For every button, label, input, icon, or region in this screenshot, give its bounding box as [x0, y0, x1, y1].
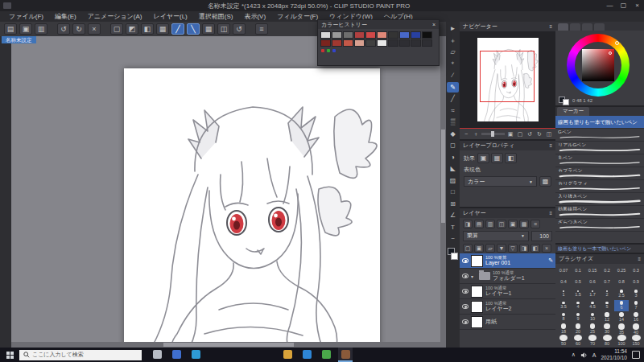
clip-studio-paint-button[interactable]: [338, 348, 353, 362]
flip-view-icon[interactable]: ◫: [217, 23, 230, 35]
deselect-icon[interactable]: ▢: [110, 23, 123, 35]
subtool-item[interactable]: リアルGペン: [555, 142, 644, 154]
expression-color-icon[interactable]: ▩: [539, 176, 551, 187]
layer-mask-icon[interactable]: ◫: [497, 220, 506, 228]
color-swatch[interactable]: [388, 39, 398, 47]
layer-visibility-icon[interactable]: [462, 274, 469, 278]
navigator-zoom-slider[interactable]: [481, 133, 505, 135]
brush-size-cell[interactable]: 0.5: [571, 277, 585, 289]
tool-fill-button[interactable]: ◣: [447, 163, 459, 175]
nav-fit-icon[interactable]: ▣: [506, 131, 514, 138]
recent-color-dot[interactable]: [327, 49, 330, 52]
subtool-item[interactable]: ざらつきペン: [555, 219, 644, 232]
brush-size-cell[interactable]: 80: [600, 335, 614, 347]
brush-size-cell[interactable]: 3: [629, 288, 643, 300]
brush-size-cell[interactable]: 8: [556, 311, 571, 323]
subtool-item[interactable]: 入り抜きペン: [555, 193, 644, 206]
menu-item[interactable]: レイヤー(L): [147, 12, 192, 21]
menu-item[interactable]: 編集(E): [49, 12, 82, 21]
brush-size-cell[interactable]: 1: [556, 288, 571, 300]
color-swatch[interactable]: [388, 31, 398, 39]
file-explorer-button[interactable]: [280, 348, 295, 362]
nav-zoom-in-icon[interactable]: ＋: [472, 130, 480, 138]
brush-size-cell[interactable]: 14: [614, 311, 629, 323]
brush-size-cell[interactable]: 30: [600, 323, 614, 335]
color-history-title-bar[interactable]: カラーヒストリー ×: [318, 20, 439, 29]
brush-size-cell[interactable]: 20: [571, 323, 585, 335]
menu-item[interactable]: アニメーション(A): [82, 12, 148, 21]
layer-visibility-icon[interactable]: [462, 304, 469, 309]
color-mixing-tab[interactable]: [594, 23, 605, 31]
new-raster-layer-icon[interactable]: ▢: [463, 244, 473, 253]
color-swatch[interactable]: [354, 31, 365, 39]
layer-row[interactable]: ▾100 %通常フォルダー1: [460, 269, 555, 284]
color-swatch[interactable]: [399, 39, 410, 47]
tool-gradient-button[interactable]: ▨: [447, 175, 459, 187]
expression-color-select[interactable]: カラー ▼: [464, 176, 537, 187]
tool-line-correction-button[interactable]: ~: [447, 233, 459, 245]
color-swatch[interactable]: [343, 31, 353, 39]
layer-palette-icon[interactable]: ▣: [508, 220, 518, 228]
new-file-icon[interactable]: ▤: [4, 23, 17, 35]
subtool-item[interactable]: Gペン: [555, 129, 644, 142]
edge-browser-button[interactable]: [299, 348, 314, 362]
undo-icon[interactable]: ↺: [57, 23, 70, 35]
canvas-horizontal-scrollbar[interactable]: [11, 342, 446, 348]
panel-menu-icon[interactable]: ≡: [549, 143, 552, 148]
apply-mask-icon[interactable]: ◧: [530, 244, 540, 253]
subtool-group-tab[interactable]: マーカー: [557, 107, 589, 116]
brush-size-cell[interactable]: 0.1: [571, 265, 585, 277]
brush-size-cell[interactable]: 16: [629, 311, 643, 323]
snap-to-special-ruler-icon[interactable]: ╲: [187, 23, 200, 35]
nav-actual-size-icon[interactable]: ▢: [516, 131, 524, 138]
brush-size-cell[interactable]: 1.5: [571, 288, 585, 300]
menu-item[interactable]: 選択範囲(S): [193, 12, 239, 21]
navigator-preview[interactable]: [460, 31, 555, 128]
color-swatch[interactable]: [343, 39, 353, 47]
document-tab[interactable]: 名称未設定: [2, 36, 36, 43]
color-swatch[interactable]: [354, 39, 365, 47]
navigator-view-rect[interactable]: [480, 51, 535, 102]
saturation-value-square[interactable]: [582, 49, 614, 81]
brush-size-cell[interactable]: 2: [600, 288, 614, 300]
tool-text-button[interactable]: T: [447, 222, 459, 233]
color-slider-tab[interactable]: [570, 23, 580, 31]
store-app-button[interactable]: [188, 348, 203, 362]
nav-zoom-out-icon[interactable]: −: [462, 131, 470, 137]
color-swatch[interactable]: [332, 39, 342, 47]
brush-size-cell[interactable]: 1.7: [585, 288, 600, 300]
brush-size-cell[interactable]: 2.5: [614, 288, 629, 300]
brush-size-cell[interactable]: 0.9: [629, 277, 643, 289]
color-swatch[interactable]: [365, 39, 376, 47]
canvas-area[interactable]: [11, 36, 446, 348]
color-swatch[interactable]: [399, 31, 410, 39]
tool-operation-button[interactable]: ►: [447, 23, 459, 35]
subtool-item[interactable]: カリグラフィ: [555, 180, 644, 193]
brush-size-cell[interactable]: 0.07: [556, 265, 571, 277]
canvas-vertical-scrollbar[interactable]: [440, 36, 446, 348]
color-set-tab[interactable]: [582, 23, 592, 31]
menu-item[interactable]: フィルター(F): [271, 12, 324, 21]
brush-size-cell[interactable]: 4: [571, 300, 585, 312]
subtool-item[interactable]: 丸ペン: [555, 154, 644, 167]
tool-ruler-button[interactable]: ∠: [447, 210, 459, 221]
canvas-page[interactable]: [124, 68, 380, 347]
folder-expand-icon[interactable]: ▾: [471, 274, 477, 279]
layer-row[interactable]: 用紙: [460, 315, 555, 330]
delete-layer-icon[interactable]: ×: [542, 244, 551, 253]
layer-row[interactable]: 100 %通常レイヤー2: [460, 299, 555, 315]
brush-size-cell[interactable]: 0.6: [585, 277, 600, 289]
layer-filter-icon[interactable]: ◨: [463, 220, 473, 228]
color-swatch[interactable]: [422, 31, 432, 39]
color-swatch[interactable]: [377, 39, 387, 47]
brush-size-cell[interactable]: 100: [614, 335, 629, 347]
tool-brush-button[interactable]: ≈: [447, 105, 459, 117]
navigator-title-bar[interactable]: ナビゲーター ≡: [460, 22, 555, 31]
panel-menu-icon[interactable]: ≡: [549, 211, 552, 216]
tool-pen-button[interactable]: ✎: [447, 82, 459, 93]
layers-title-bar[interactable]: レイヤー ≡: [460, 208, 555, 218]
tool-move-button[interactable]: ＋: [447, 35, 459, 47]
reselect-icon[interactable]: ◩: [126, 23, 138, 35]
close-icon[interactable]: ×: [432, 22, 436, 27]
subtool-item[interactable]: 効果線用ペン: [555, 206, 644, 219]
